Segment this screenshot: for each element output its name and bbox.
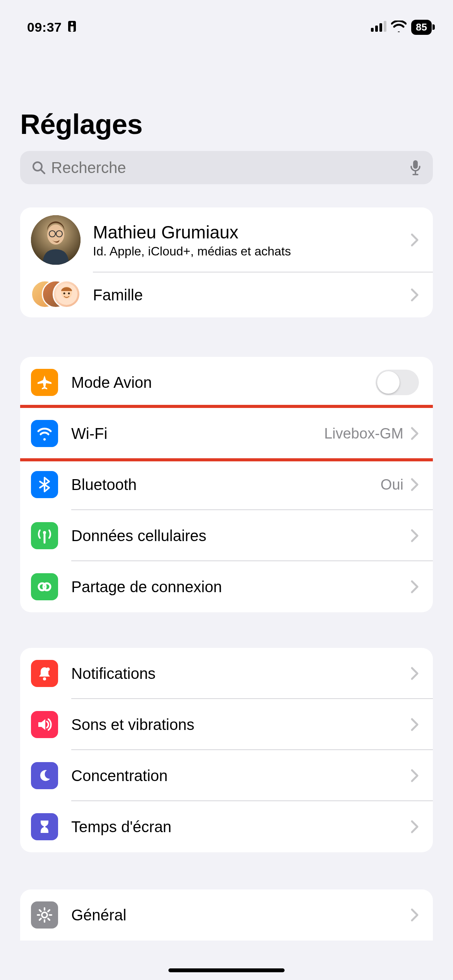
chevron-right-icon (410, 233, 419, 247)
svg-line-7 (41, 170, 45, 173)
svg-rect-4 (379, 23, 382, 32)
svg-point-27 (42, 912, 47, 918)
battery-indicator: 85 (411, 20, 432, 35)
svg-point-22 (43, 531, 46, 534)
profile-subtitle: Id. Apple, iCloud+, médias et achats (93, 244, 410, 259)
connectivity-group: Mode Avion Wi-Fi Livebox-GM Bluetooth Ou… (20, 357, 433, 612)
chevron-right-icon (410, 529, 419, 543)
general-label: Général (71, 906, 410, 924)
airplane-mode-row[interactable]: Mode Avion (20, 357, 433, 408)
rotation-lock-icon (67, 20, 77, 34)
svg-line-35 (39, 918, 41, 920)
wifi-icon (391, 21, 407, 34)
sounds-row[interactable]: Sons et vibrations (20, 699, 433, 750)
search-icon (32, 161, 46, 175)
chevron-right-icon (410, 478, 419, 492)
page-title: Réglages (20, 108, 433, 140)
cellular-row[interactable]: Données cellulaires (20, 510, 433, 561)
dictation-icon[interactable] (410, 159, 421, 176)
screen-time-label: Temps d'écran (71, 818, 410, 836)
svg-point-24 (43, 583, 50, 590)
sounds-icon (31, 711, 58, 738)
chevron-right-icon (410, 427, 419, 440)
bluetooth-value: Oui (381, 476, 403, 493)
chevron-right-icon (410, 908, 419, 922)
hotspot-label: Partage de connexion (71, 578, 410, 596)
wifi-icon (31, 420, 58, 447)
search-input[interactable] (51, 159, 410, 176)
airplane-toggle[interactable] (376, 370, 419, 395)
focus-row[interactable]: Concentration (20, 750, 433, 801)
bluetooth-row[interactable]: Bluetooth Oui (20, 459, 433, 510)
wifi-label: Wi-Fi (71, 425, 324, 442)
notifications-label: Notifications (71, 665, 410, 682)
cellular-icon (31, 522, 58, 549)
screen-time-row[interactable]: Temps d'écran (20, 801, 433, 852)
svg-point-1 (71, 22, 73, 25)
general-group: Général (20, 889, 433, 941)
chevron-right-icon (410, 718, 419, 732)
chevron-right-icon (410, 580, 419, 594)
status-time: 09:37 (27, 20, 62, 35)
battery-percent: 85 (416, 21, 427, 33)
svg-rect-2 (371, 28, 374, 32)
airplane-icon (31, 369, 58, 396)
svg-line-33 (48, 918, 50, 920)
svg-point-26 (46, 668, 50, 671)
hotspot-icon (31, 573, 58, 600)
svg-rect-3 (375, 26, 378, 32)
svg-line-34 (48, 910, 50, 911)
wifi-row[interactable]: Wi-Fi Livebox-GM (20, 408, 433, 459)
notifications-row[interactable]: Notifications (20, 648, 433, 699)
wifi-value: Livebox-GM (324, 425, 403, 442)
general-icon (31, 901, 58, 929)
attention-group: Notifications Sons et vibrations Concent… (20, 648, 433, 852)
search-field[interactable] (20, 151, 433, 184)
screen-time-icon (31, 813, 58, 840)
chevron-right-icon (410, 769, 419, 783)
focus-label: Concentration (71, 767, 410, 785)
hotspot-row[interactable]: Partage de connexion (20, 561, 433, 612)
bluetooth-icon (31, 471, 58, 498)
apple-id-row[interactable]: Mathieu Grumiaux Id. Apple, iCloud+, méd… (20, 207, 433, 272)
account-group: Mathieu Grumiaux Id. Apple, iCloud+, méd… (20, 207, 433, 317)
cellular-label: Données cellulaires (71, 527, 410, 545)
family-avatars (31, 280, 81, 310)
svg-rect-5 (384, 21, 386, 32)
family-label: Famille (93, 286, 410, 304)
svg-point-25 (43, 677, 46, 680)
chevron-right-icon (410, 820, 419, 834)
sounds-label: Sons et vibrations (71, 716, 410, 733)
focus-icon (31, 762, 58, 789)
home-indicator[interactable] (168, 968, 285, 972)
bluetooth-label: Bluetooth (71, 476, 381, 493)
airplane-label: Mode Avion (71, 374, 376, 391)
profile-avatar (31, 215, 81, 265)
notifications-icon (31, 660, 58, 687)
svg-rect-8 (413, 160, 418, 169)
svg-point-19 (63, 293, 65, 295)
family-row[interactable]: Famille (20, 272, 433, 317)
cellular-signal-icon (371, 21, 386, 33)
status-bar: 09:37 85 (0, 0, 453, 43)
svg-point-20 (68, 293, 70, 295)
svg-line-32 (39, 910, 41, 911)
profile-name: Mathieu Grumiaux (93, 222, 410, 243)
general-row[interactable]: Général (20, 889, 433, 941)
chevron-right-icon (410, 666, 419, 680)
chevron-right-icon (410, 288, 419, 302)
